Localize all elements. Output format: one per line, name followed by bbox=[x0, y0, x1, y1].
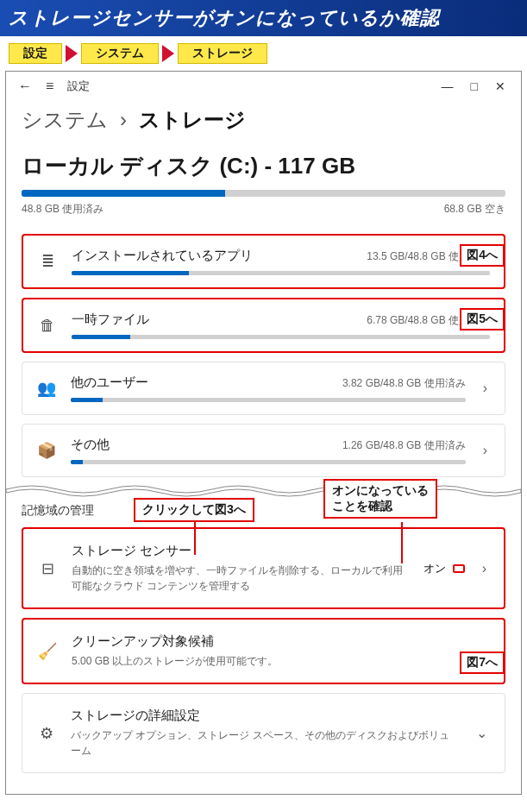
mgmt-desc: 5.00 GB 以上のストレージが使用可能です。 bbox=[72, 653, 490, 669]
category-usage: 1.26 GB/48.8 GB 使用済み bbox=[342, 438, 466, 453]
figure-tag: 図4へ bbox=[460, 244, 505, 267]
category-bar bbox=[72, 335, 490, 339]
window-title: 設定 bbox=[67, 79, 90, 94]
box-icon: 📦 bbox=[36, 441, 57, 460]
category-fill bbox=[72, 335, 130, 339]
category-name: インストールされているアプリ bbox=[72, 248, 253, 264]
menu-button[interactable]: ≡ bbox=[46, 79, 53, 94]
category-name: 一時ファイル bbox=[72, 312, 149, 328]
disk-used-label: 48.8 GB 使用済み bbox=[22, 202, 104, 217]
category-fill bbox=[71, 398, 103, 402]
mgmt-row-2[interactable]: ⚙ ストレージの詳細設定 バックアップ オプション、ストレージ スペース、その他… bbox=[22, 693, 505, 773]
crumb-system: システム bbox=[81, 43, 159, 64]
arrow-icon bbox=[162, 45, 174, 62]
minimize-button[interactable]: — bbox=[442, 79, 454, 93]
arrow-icon bbox=[66, 45, 78, 62]
instruction-banner: ストレージセンサーがオンになっているか確認 bbox=[0, 0, 527, 36]
gear-icon: ⚙ bbox=[36, 724, 57, 743]
disk-title: ローカル ディスク (C:) - 117 GB bbox=[22, 151, 505, 181]
toggle-label: オン bbox=[423, 561, 446, 576]
breadcrumb-parent[interactable]: システム bbox=[22, 106, 108, 134]
chevron-down-icon: ⌄ bbox=[473, 725, 491, 741]
users-icon: 👥 bbox=[36, 379, 57, 398]
trash-icon: 🗑 bbox=[37, 317, 58, 335]
mgmt-desc: 自動的に空き領域を増やす、一時ファイルを削除する、ローカルで利用可能なクラウド … bbox=[72, 563, 410, 594]
chevron-right-icon: › bbox=[480, 381, 491, 396]
category-usage: 3.82 GB/48.8 GB 使用済み bbox=[342, 376, 466, 391]
disk-free-label: 68.8 GB 空き bbox=[444, 202, 505, 217]
category-row-3[interactable]: 📦 その他 1.26 GB/48.8 GB 使用済み › bbox=[22, 424, 505, 477]
disk-icon: ⊟ bbox=[37, 559, 58, 578]
list-icon: ≣ bbox=[37, 252, 58, 271]
back-button[interactable]: ← bbox=[18, 79, 32, 94]
figure-tag: 図7へ bbox=[460, 651, 505, 674]
category-bar bbox=[71, 460, 466, 464]
crumb-storage: ストレージ bbox=[178, 43, 267, 64]
figure-tag: 図5へ bbox=[460, 308, 505, 330]
mgmt-row-1[interactable]: 🧹 クリーンアップ対象候補 5.00 GB 以上のストレージが使用可能です。 図… bbox=[22, 618, 505, 684]
mgmt-desc: バックアップ オプション、ストレージ スペース、その他のディスクおよびボリューム bbox=[71, 727, 459, 758]
crumb-settings: 設定 bbox=[9, 43, 62, 64]
toggle-highlight bbox=[453, 564, 465, 573]
callout-line bbox=[401, 522, 403, 563]
category-fill bbox=[71, 460, 83, 464]
chevron-right-icon: › bbox=[479, 561, 490, 576]
callout-click-fig3: クリックして図3へ bbox=[134, 498, 254, 522]
mgmt-row-0[interactable]: ⊟ ストレージ センサー 自動的に空き領域を増やす、一時ファイルを削除する、ロー… bbox=[22, 527, 505, 609]
page-tear bbox=[6, 482, 521, 500]
chevron-icon: › bbox=[120, 108, 127, 132]
mgmt-title: ストレージの詳細設定 bbox=[71, 708, 459, 724]
disk-usage-fill bbox=[22, 190, 225, 197]
category-bar bbox=[72, 271, 490, 275]
mgmt-title: ストレージ センサー bbox=[72, 543, 410, 559]
category-bar bbox=[71, 398, 466, 402]
breadcrumb-pills: 設定 システム ストレージ bbox=[0, 36, 527, 71]
breadcrumb: システム › ストレージ bbox=[22, 106, 505, 134]
callout-line bbox=[194, 522, 196, 555]
main-content: システム › ストレージ ローカル ディスク (C:) - 117 GB 48.… bbox=[6, 101, 521, 794]
category-row-0[interactable]: ≣ インストールされているアプリ 13.5 GB/48.8 GB 使用済み 図4… bbox=[22, 234, 505, 289]
maximize-button[interactable]: □ bbox=[471, 79, 478, 93]
close-button[interactable]: ✕ bbox=[495, 79, 505, 93]
category-name: 他のユーザー bbox=[71, 375, 148, 391]
category-row-2[interactable]: 👥 他のユーザー 3.82 GB/48.8 GB 使用済み › bbox=[22, 362, 505, 415]
broom-icon: 🧹 bbox=[37, 642, 58, 661]
chevron-right-icon: › bbox=[480, 443, 491, 458]
category-name: その他 bbox=[71, 437, 110, 453]
category-row-1[interactable]: 🗑 一時ファイル 6.78 GB/48.8 GB 使用済み 図5へ bbox=[22, 298, 505, 353]
category-fill bbox=[72, 271, 189, 275]
mgmt-title: クリーンアップ対象候補 bbox=[72, 633, 490, 650]
disk-usage-bar bbox=[22, 190, 505, 197]
settings-window: ← ≡ 設定 — □ ✕ システム › ストレージ ローカル ディスク (C:)… bbox=[5, 71, 522, 795]
breadcrumb-current: ストレージ bbox=[139, 106, 246, 134]
titlebar: ← ≡ 設定 — □ ✕ bbox=[6, 72, 521, 101]
callout-confirm-on: オンになっている ことを確認 bbox=[323, 479, 437, 519]
